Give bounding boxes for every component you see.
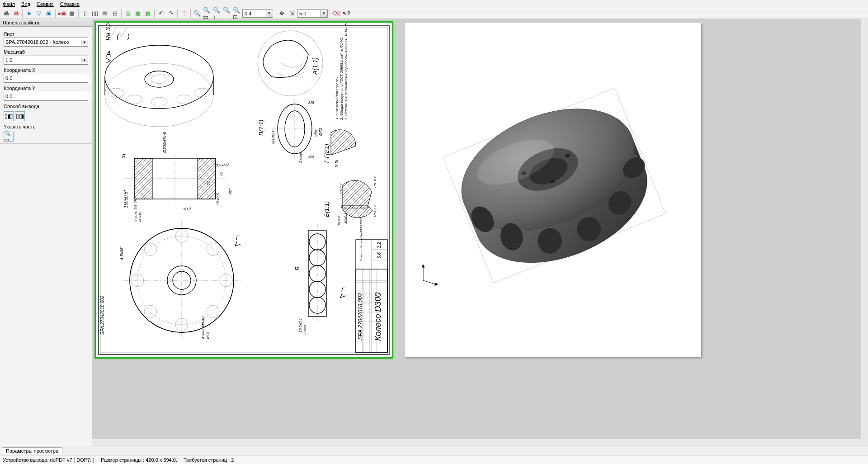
axis-triad-icon xyxy=(422,265,438,285)
zoom-out-icon[interactable]: 🔍− xyxy=(222,9,231,18)
svg-text:4 отв. М8-6H: 4 отв. М8-6H xyxy=(201,316,205,339)
svg-text:В: В xyxy=(294,266,301,270)
dim-70: 70 xyxy=(207,181,211,185)
svg-point-12 xyxy=(126,95,142,104)
sheet-select[interactable]: SPA.27042018.002 - Колесо ▼ xyxy=(4,38,88,47)
svg-point-36 xyxy=(167,266,196,295)
svg-point-4 xyxy=(105,45,213,109)
chevron-down-icon[interactable]: ▼ xyxy=(266,10,272,17)
svg-text:(: ( xyxy=(117,33,119,40)
zoom-tool-icon[interactable]: 🔍 xyxy=(193,9,202,18)
surface-finish-label: Ra 3,2 xyxy=(104,23,112,41)
svg-text:10±0,1: 10±0,1 xyxy=(344,213,348,224)
view-b-mark: Б xyxy=(122,153,126,160)
filter-icon[interactable]: ▽ xyxy=(34,9,43,18)
delete-icon[interactable]: ⌫ xyxy=(332,9,341,18)
menu-service[interactable]: Сервис xyxy=(37,1,54,7)
svg-point-51 xyxy=(144,243,157,256)
scale-select-value: 1.0 xyxy=(4,57,81,63)
titleblock-scale: 1:2 xyxy=(377,242,382,248)
note-1: 1. * Размеры для справок. xyxy=(335,76,339,120)
dim-2x45: 0,5x45° xyxy=(216,163,230,167)
pick-part-label: Указать часть xyxy=(4,124,88,129)
scale-label: Масштаб xyxy=(4,49,88,55)
svg-text:±0,2: ±0,2 xyxy=(183,207,191,211)
tab-view-params[interactable]: Параметры просмотра xyxy=(2,447,62,454)
move-grid-icon[interactable]: ⇲ xyxy=(287,9,296,18)
record-icon[interactable]: ●▣ xyxy=(57,9,66,18)
svg-text:20±0,2: 20±0,2 xyxy=(339,183,343,195)
zoom-fit-icon[interactable]: 🔍⊡ xyxy=(232,9,241,18)
dim-d100: Ø100H7 xyxy=(271,128,275,144)
workspace[interactable]: Ra 3,2 ( ) xyxy=(92,19,868,446)
print-sheet-1[interactable]: Ra 3,2 ( ) xyxy=(96,23,392,357)
svg-text:): ) xyxy=(127,33,130,40)
pages-v-icon[interactable]: ▤ xyxy=(100,9,109,18)
print-icon[interactable]: 🖶 xyxy=(1,9,10,18)
dim-d82: Ø82 xyxy=(314,129,318,137)
status-page-size: Размер страницы : 420.0 x 594.0. xyxy=(101,457,177,463)
chevron-down-icon[interactable]: ▼ xyxy=(321,10,327,17)
layout-icon[interactable]: ▦ xyxy=(67,9,76,18)
rotate-cw-icon[interactable]: ↷ xyxy=(166,9,175,18)
properties-panel: Панель свойств Лист SPA.27042018.002 - К… xyxy=(0,19,92,446)
svg-point-5 xyxy=(105,63,213,127)
dim-72: 72 xyxy=(219,172,223,176)
svg-point-7 xyxy=(151,75,167,84)
svg-text:Г: Г xyxy=(236,234,240,241)
options-icon[interactable]: ▣ xyxy=(44,9,53,18)
scale-select[interactable]: 1.0 ▼ xyxy=(4,56,88,65)
coord-x-input[interactable] xyxy=(4,74,88,83)
move-icon[interactable]: ✥ xyxy=(277,9,286,18)
move-step-input[interactable] xyxy=(298,10,321,17)
output-method-2-button[interactable]: ▯◨ xyxy=(15,111,25,121)
dim-d300: Ø300H7/h6 xyxy=(162,132,167,153)
pick-part-button[interactable]: 🔍▭ xyxy=(4,132,14,142)
view-b-scale: Б(1:1) xyxy=(323,201,330,217)
titleblock-material: Колесо из Бронзы БрА9Ж3Л ГОСТ xyxy=(360,217,363,261)
zoom-step-input[interactable] xyxy=(243,10,266,17)
status-device: Устройство вывода: doPDF v7 ( DOP7: ) xyxy=(3,457,94,463)
print-sheet-2[interactable] xyxy=(405,23,701,357)
m6: М6 xyxy=(308,100,314,105)
layout-1-icon[interactable]: ▥ xyxy=(123,9,132,18)
zoom-in-icon[interactable]: 🔍+ xyxy=(212,9,222,18)
svg-text:Ø76: Ø76 xyxy=(206,332,210,340)
sheet-label: Лист xyxy=(4,31,88,37)
layout-2-icon[interactable]: ▦ xyxy=(133,9,142,18)
menu-help[interactable]: Справка xyxy=(60,1,80,7)
horizontal-scrollbar[interactable] xyxy=(92,439,861,446)
svg-text:Г: Г xyxy=(341,286,345,293)
properties-panel-title: Панель свойств xyxy=(0,19,92,27)
zoom-step-combo[interactable]: ▼ xyxy=(242,9,273,18)
menu-view[interactable]: Вид xyxy=(21,1,30,7)
page-icon[interactable]: ▯ xyxy=(80,9,90,18)
vertical-scrollbar[interactable] xyxy=(861,19,868,439)
layout-3-icon[interactable]: ▩ xyxy=(143,9,152,18)
main-area: Панель свойств Лист SPA.27042018.002 - К… xyxy=(0,19,868,446)
pages-h-icon[interactable]: ▯▯ xyxy=(90,9,99,18)
svg-text:R5±0,2: R5±0,2 xyxy=(373,205,377,217)
note-3: 3. Остальные технические требования по С… xyxy=(344,23,348,120)
scroll-corner xyxy=(861,439,868,446)
svg-point-13 xyxy=(151,97,167,106)
align-icon[interactable]: ◫ xyxy=(179,9,189,18)
chevron-down-icon[interactable]: ▼ xyxy=(81,58,88,62)
titleblock-mass: 5,6 xyxy=(377,252,382,259)
help-icon[interactable]: ↖? xyxy=(342,9,351,18)
output-method-1-button[interactable]: ▯◧ xyxy=(4,111,14,121)
rotate-ccw-icon[interactable]: ↶ xyxy=(156,9,165,18)
grid-icon[interactable]: ⊞ xyxy=(110,9,119,18)
cursor-icon[interactable]: ➤ xyxy=(24,9,33,18)
sheet-select-value: SPA.27042018.002 - Колесо xyxy=(4,39,81,45)
chevron-down-icon[interactable]: ▼ xyxy=(81,40,88,44)
view-a-label: А xyxy=(106,50,111,58)
view-v-scale: В(1:1) xyxy=(258,120,264,136)
print-direct-icon[interactable]: 🖶 xyxy=(11,9,20,18)
coord-y-input[interactable] xyxy=(4,92,88,101)
move-step-combo[interactable]: ▼ xyxy=(297,9,328,18)
menu-file[interactable]: Файл xyxy=(3,1,15,7)
zoom-window-icon[interactable]: 🔍▭ xyxy=(203,9,212,18)
dim-88: 88* xyxy=(228,188,232,194)
note-2: 2. Общие допуски по ГОСТ 30893.1-mK, ± I… xyxy=(340,37,344,120)
